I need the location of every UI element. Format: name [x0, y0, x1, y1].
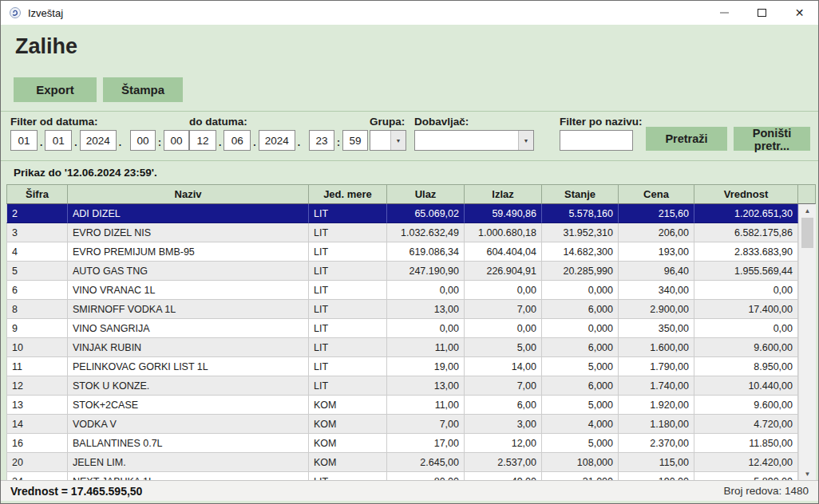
print-button[interactable]: Štampa — [103, 77, 183, 102]
column-header[interactable]: Naziv — [68, 184, 309, 204]
app-icon — [9, 6, 22, 19]
date-separator: . — [40, 137, 42, 151]
cell: 2.370,00 — [619, 434, 694, 453]
filter-from-label: Filter od datuma: — [10, 116, 212, 128]
minimize-button[interactable] — [706, 1, 743, 25]
column-header[interactable]: Cena — [619, 184, 694, 204]
table-row[interactable]: 13STOK+2CASEKOM11,006,005,0001.920,009.6… — [6, 396, 798, 415]
close-icon: ✕ — [795, 7, 805, 18]
from-hour-field[interactable]: 00 — [130, 130, 156, 151]
cell: LIT — [309, 281, 387, 300]
cell: 350,00 — [619, 319, 694, 338]
page-title: Zalihe — [15, 34, 77, 59]
cell: 12.420,00 — [694, 453, 798, 472]
report-window: Izveštaj ✕ Zalihe Export Štampa Filter o… — [0, 0, 819, 504]
cell: LIT — [309, 338, 387, 357]
grid-area: ŠifraNazivJed. mereUlazIzlazStanjeCenaVr… — [1, 184, 818, 480]
cell: 4.720,00 — [694, 415, 798, 434]
table-row[interactable]: 2ADI DIZELLIT65.069,0259.490,865.578,160… — [6, 204, 798, 223]
from-day-field[interactable]: 01 — [10, 130, 38, 151]
cell: 0,00 — [465, 319, 542, 338]
cell: EVRO PREMIJUM BMB-95 — [68, 242, 309, 262]
scroll-down-icon[interactable]: ▼ — [799, 467, 816, 480]
cell: 5,000 — [542, 357, 619, 376]
scrollbar-thumb[interactable] — [801, 218, 813, 248]
time-separator: : — [158, 137, 161, 151]
chevron-down-icon[interactable]: ▼ — [390, 131, 406, 150]
table-row[interactable]: 5AUTO GAS TNGLIT247.190,90226.904,9120.2… — [6, 262, 798, 281]
from-year-field[interactable]: 2024 — [80, 130, 117, 151]
cell: 4 — [6, 242, 68, 262]
scroll-up-icon[interactable]: ▲ — [799, 204, 816, 217]
cell: 6,000 — [542, 338, 619, 357]
cell: 7,00 — [465, 376, 542, 396]
time-separator: : — [337, 137, 340, 151]
name-filter-input[interactable] — [560, 130, 633, 151]
cell: LIT — [309, 300, 387, 319]
cell: 96,40 — [619, 262, 694, 281]
cell: 13,00 — [387, 300, 465, 319]
status-line: Prikaz do '12.06.2024 23:59'. — [1, 161, 818, 184]
from-month-field[interactable]: 01 — [45, 130, 72, 151]
from-minute-field[interactable]: 00 — [164, 130, 189, 151]
table-row[interactable]: 8SMIRNOFF VODKA 1LLIT13,007,006,0002.900… — [6, 300, 798, 319]
close-button[interactable]: ✕ — [781, 1, 818, 25]
column-header[interactable]: Vrednost — [694, 184, 798, 204]
to-minute-field[interactable]: 59 — [342, 130, 368, 151]
name-filter: Filter po nazivu: — [560, 116, 643, 151]
column-header[interactable]: Šifra — [6, 184, 68, 204]
cell: 1.600,00 — [619, 338, 694, 357]
table-row[interactable]: 9VINO SANGRIJALIT0,000,000,000350,000,00 — [6, 319, 798, 338]
table-row[interactable]: 10VINJAK RUBINLIT11,005,006,0001.600,009… — [6, 338, 798, 357]
export-button[interactable]: Export — [14, 77, 97, 102]
table-row[interactable]: 16BALLANTINES 0.7LKOM17,0012,005,0002.37… — [6, 434, 798, 453]
table-row[interactable]: 14VODKA VKOM7,003,004,0001.180,004.720,0… — [6, 415, 798, 434]
cell: LIT — [309, 204, 387, 223]
cell: 1.920,00 — [619, 396, 694, 415]
supplier-label: Dobavljač: — [414, 116, 534, 128]
column-header[interactable]: Ulaz — [387, 184, 465, 204]
supplier-select[interactable]: ▼ — [414, 130, 534, 151]
cell: LIT — [309, 357, 387, 376]
group-select[interactable]: ▼ — [370, 130, 406, 151]
cell: KOM — [309, 396, 387, 415]
cell: LIT — [309, 223, 387, 242]
table-row[interactable]: 6VINO VRANAC 1LLIT0,000,000,000340,000,0… — [6, 281, 798, 300]
cell: 2.833.683,90 — [694, 242, 798, 262]
cell: 206,00 — [619, 223, 694, 242]
supplier-select-value — [415, 131, 518, 150]
cell: 10.440,00 — [694, 376, 798, 396]
date-separator: . — [298, 137, 300, 151]
cell: 7,00 — [465, 300, 542, 319]
cell: 10 — [6, 338, 68, 357]
group-label: Grupa: — [370, 116, 406, 128]
table-row[interactable]: 11PELINKOVAC GORKI LIST 1LLIT19,0014,005… — [6, 357, 798, 376]
table-row[interactable]: 12STOK U KONZE.LIT13,007,006,0001.740,00… — [6, 376, 798, 396]
maximize-button[interactable] — [743, 1, 781, 25]
column-header[interactable]: Stanje — [542, 184, 619, 204]
vertical-scrollbar[interactable]: ▲ ▼ — [798, 204, 816, 480]
column-header[interactable]: Izlaz — [465, 184, 542, 204]
cell: 16 — [6, 434, 68, 453]
table-row[interactable]: 4EVRO PREMIJUM BMB-95LIT619.086,34604.40… — [6, 242, 798, 262]
cell: STOK U KONZE. — [68, 376, 309, 396]
table-row[interactable]: 20JELEN LIM.KOM2.645,002.537,00108,00011… — [6, 453, 798, 472]
to-year-field[interactable]: 2024 — [259, 130, 295, 151]
cell: KOM — [309, 434, 387, 453]
cell: JELEN LIM. — [68, 453, 309, 472]
to-day-field[interactable]: 12 — [189, 130, 216, 151]
cell: AUTO GAS TNG — [68, 262, 309, 281]
row-count: Broj redova: 1480 — [723, 485, 809, 497]
table-rows: 2ADI DIZELLIT65.069,0259.490,865.578,160… — [6, 204, 798, 480]
search-button[interactable]: Pretraži — [646, 127, 727, 151]
to-hour-field[interactable]: 23 — [309, 130, 334, 151]
to-month-field[interactable]: 06 — [224, 130, 251, 151]
clear-search-button[interactable]: Poništi pretr... — [734, 127, 810, 151]
column-header[interactable]: Jed. mere — [309, 184, 387, 204]
chevron-down-icon[interactable]: ▼ — [518, 131, 533, 150]
cell: NEXT JABUKA 1L — [68, 472, 309, 480]
table-row[interactable]: 3EVRO DIZEL NISLIT1.032.632,491.000.680,… — [6, 223, 798, 242]
title-bar[interactable]: Izveštaj ✕ — [1, 1, 818, 25]
cell: 20 — [6, 453, 68, 472]
table-row[interactable]: 24NEXT JABUKA 1LLIT80,0049,0031,000190,0… — [6, 472, 798, 480]
